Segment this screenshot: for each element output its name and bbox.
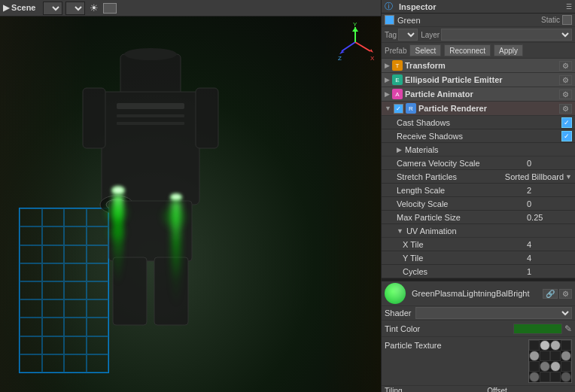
particle-animator-section-header[interactable]: ▶ A Particle Animator ⚙ (382, 87, 575, 102)
svg-marker-19 (370, 49, 373, 53)
svg-text:Z: Z (338, 55, 342, 62)
svg-rect-3 (83, 88, 105, 148)
camera-velocity-scale-row: Camera Velocity Scale 0 (382, 156, 575, 170)
uv-animation-label: UV Animation (406, 226, 457, 236)
svg-line-15 (342, 42, 355, 51)
scene-header: ▶ Scene Textured RGB ☀ (0, 0, 381, 17)
shader-icon-link[interactable]: 🔗 (543, 289, 558, 299)
cycles-value: 1 (527, 267, 572, 276)
reconnect-button[interactable]: Reconnect (444, 44, 491, 56)
renderer-label: Particle Renderer (418, 104, 559, 113)
stretch-dropdown-icon[interactable]: ▼ (565, 173, 572, 181)
ellipsoid-section-header[interactable]: ▶ E Ellipsoid Particle Emitter ⚙ (382, 73, 575, 87)
receive-shadows-label: Receive Shadows (397, 132, 561, 141)
svg-rect-4 (196, 88, 218, 148)
svg-rect-12 (117, 103, 184, 109)
length-scale-value: 2 (527, 186, 572, 195)
thruster-right (170, 193, 182, 306)
materials-header[interactable]: ▶ Materials (382, 143, 575, 156)
length-scale-label: Length Scale (397, 186, 527, 195)
scene-viewport[interactable]: Z X Y (0, 17, 381, 392)
shader-select-row: Shader Particles/Additive (382, 306, 575, 321)
ellipsoid-icon: E (392, 74, 403, 85)
info-icon: ⓘ (385, 1, 393, 12)
stretch-particles-value: Sorted Billboard (505, 172, 564, 181)
svg-text:Y: Y (353, 23, 357, 28)
cycles-label: Cycles (403, 267, 527, 276)
texture-preview (528, 339, 572, 383)
svg-rect-0 (120, 54, 181, 96)
sun-icon[interactable]: ☀ (90, 2, 99, 14)
materials-arrow[interactable]: ▶ (397, 146, 402, 153)
tint-color-row: Tint Color ✎ (382, 321, 575, 337)
svg-text:X: X (370, 55, 375, 62)
image-icon[interactable] (103, 3, 117, 14)
camera-velocity-scale-label: Camera Velocity Scale (397, 159, 527, 168)
receive-shadows-checkbox[interactable] (561, 131, 572, 141)
tiling-offset-header: Tiling Offset (382, 386, 575, 392)
layer-select[interactable]: Layer (441, 29, 572, 41)
prefab-label: Prefab (385, 47, 406, 55)
eyedropper-icon[interactable]: ✎ (564, 324, 572, 334)
prefab-row: Prefab Select Reconnect Apply (382, 43, 575, 59)
transform-section-header[interactable]: ▶ T Transform ⚙ (382, 59, 575, 73)
color-mode-select[interactable]: RGB (65, 2, 85, 15)
particle-texture-row: Particle Texture (382, 337, 575, 386)
transform-settings-icon[interactable]: ⚙ (559, 61, 572, 71)
robot-model (75, 47, 226, 333)
velocity-scale-row: Velocity Scale 0 (382, 197, 575, 211)
shader-icon-gear[interactable]: ⚙ (559, 289, 572, 299)
object-active-checkbox[interactable] (385, 15, 394, 25)
camera-velocity-scale-value: 0 (527, 159, 572, 168)
length-scale-row: Length Scale 2 (382, 184, 575, 197)
inspector-title: Inspector (399, 2, 437, 11)
transform-icon: T (392, 60, 403, 71)
apply-button[interactable]: Apply (494, 44, 523, 56)
y-tile-label: Y Tile (403, 254, 527, 263)
renderer-active-checkbox[interactable]: ✓ (394, 104, 403, 114)
cast-shadows-checkbox[interactable] (561, 117, 572, 128)
ellipsoid-settings-icon[interactable]: ⚙ (559, 75, 572, 85)
shader-label: Shader (385, 308, 411, 318)
uv-arrow[interactable]: ▼ (397, 227, 403, 235)
animator-fold-arrow[interactable]: ▶ (385, 90, 390, 98)
tint-color-label: Tint Color (385, 324, 513, 333)
x-tile-value: 4 (527, 240, 572, 249)
layer-label: Layer (421, 31, 440, 39)
select-button[interactable]: Select (409, 44, 441, 56)
renderer-fold-arrow[interactable]: ▼ (385, 105, 391, 112)
animator-label: Particle Animator (405, 90, 559, 99)
renderer-settings-icon[interactable]: ⚙ (559, 104, 572, 114)
y-tile-row: Y Tile 4 (382, 251, 575, 265)
object-name: Green (397, 16, 541, 25)
cast-shadows-label: Cast Shadows (397, 118, 561, 127)
transform-fold-arrow[interactable]: ▶ (385, 62, 390, 69)
axis-widget: Z X Y (336, 23, 375, 62)
svg-rect-14 (117, 122, 184, 125)
inspector-menu-icon[interactable]: ☰ (566, 3, 572, 11)
scene-panel: ▶ Scene Textured RGB ☀ (0, 0, 381, 392)
svg-marker-16 (339, 51, 345, 54)
particle-texture-label: Particle Texture (385, 339, 528, 350)
tag-label: Tag (385, 31, 397, 39)
cycles-row: Cycles 1 (382, 265, 575, 278)
ellipsoid-fold-arrow[interactable]: ▶ (385, 76, 390, 84)
velocity-scale-label: Velocity Scale (397, 199, 527, 208)
materials-label: Materials (405, 145, 439, 154)
tag-select[interactable]: Untagged (398, 29, 418, 41)
shader-dropdown[interactable]: Particles/Additive (415, 307, 572, 319)
uv-animation-header[interactable]: ▼ UV Animation (382, 224, 575, 238)
max-particle-size-row: Max Particle Size 0.25 (382, 211, 575, 224)
stretch-particles-label: Stretch Particles (397, 172, 505, 181)
svg-rect-13 (117, 114, 184, 117)
particle-renderer-section-header[interactable]: ▼ ✓ R Particle Renderer ⚙ (382, 102, 575, 116)
view-mode-select[interactable]: Textured (43, 2, 62, 15)
shader-preview-icon (385, 283, 406, 304)
static-checkbox[interactable] (562, 15, 572, 25)
thruster-left (111, 186, 125, 285)
scene-title: ▶ Scene (3, 3, 35, 13)
tint-color-swatch[interactable] (513, 324, 562, 334)
transform-label: Transform (405, 61, 559, 70)
receive-shadows-row: Receive Shadows (382, 129, 575, 143)
animator-settings-icon[interactable]: ⚙ (559, 90, 572, 99)
